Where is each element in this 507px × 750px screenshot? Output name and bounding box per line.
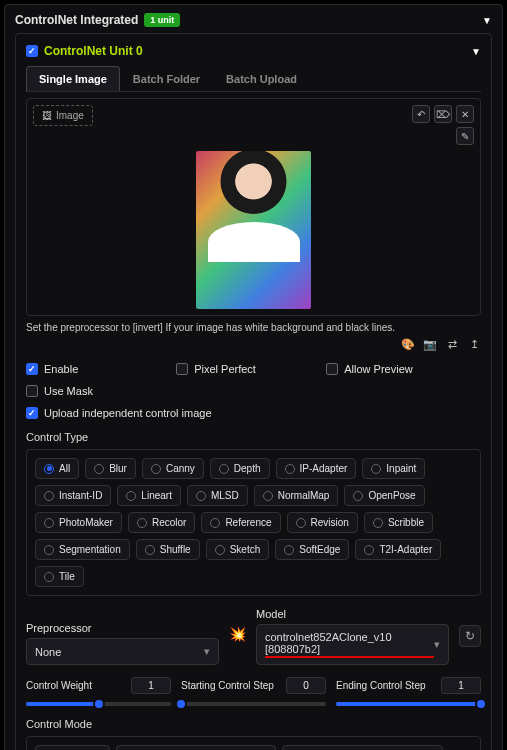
tab-single-image[interactable]: Single Image <box>26 66 120 91</box>
enable-toggle[interactable]: Enable <box>26 363 176 375</box>
ct-shuffle[interactable]: Shuffle <box>136 539 200 560</box>
ct-openpose[interactable]: OpenPose <box>344 485 424 506</box>
explode-icon[interactable]: 💥 <box>229 626 246 648</box>
close-button[interactable]: ✕ <box>456 105 474 123</box>
ct-ip-adapter[interactable]: IP-Adapter <box>276 458 357 479</box>
ct-tile[interactable]: Tile <box>35 566 84 587</box>
chevron-down-icon: ▾ <box>204 645 210 658</box>
ct-recolor[interactable]: Recolor <box>128 512 195 533</box>
tab-batch-upload[interactable]: Batch Upload <box>213 66 310 91</box>
control-mode-label: Control Mode <box>26 718 481 730</box>
start-step-label: Starting Control Step <box>181 680 274 691</box>
ct-t2i-adapter[interactable]: T2I-Adapter <box>355 539 441 560</box>
palette-icon[interactable]: 🎨 <box>401 337 415 351</box>
cm-prompt-important[interactable]: My prompt is more important <box>116 745 276 750</box>
brush-button[interactable]: ✎ <box>456 127 474 145</box>
send-up-icon[interactable]: ↥ <box>467 337 481 351</box>
undo-button[interactable]: ↶ <box>412 105 430 123</box>
control-type-group: All Blur Canny Depth IP-Adapter Inpaint … <box>26 449 481 596</box>
panel-title: ControlNet Integrated <box>15 13 138 27</box>
ct-photomaker[interactable]: PhotoMaker <box>35 512 122 533</box>
ct-depth[interactable]: Depth <box>210 458 270 479</box>
model-label: Model <box>256 608 449 620</box>
control-weight-slider[interactable] <box>26 702 171 706</box>
ct-scribble[interactable]: Scribble <box>364 512 433 533</box>
ct-instant-id[interactable]: Instant-ID <box>35 485 111 506</box>
control-weight-label: Control Weight <box>26 680 92 691</box>
camera-icon[interactable]: 📷 <box>423 337 437 351</box>
ct-softedge[interactable]: SoftEdge <box>275 539 349 560</box>
unit-enable-checkbox[interactable] <box>26 45 38 57</box>
ct-sketch[interactable]: Sketch <box>206 539 270 560</box>
control-type-label: Control Type <box>26 431 481 443</box>
image-preview <box>196 151 311 309</box>
ct-segmentation[interactable]: Segmentation <box>35 539 130 560</box>
chevron-down-icon: ▾ <box>434 638 440 651</box>
unit-title: ControlNet Unit 0 <box>44 44 143 58</box>
ct-inpaint[interactable]: Inpaint <box>362 458 425 479</box>
cm-controlnet-important[interactable]: ControlNet is more important <box>282 745 443 750</box>
ct-revision[interactable]: Revision <box>287 512 358 533</box>
allow-preview-toggle[interactable]: Allow Preview <box>326 363 476 375</box>
swap-icon[interactable]: ⇄ <box>445 337 459 351</box>
ct-normalmap[interactable]: NormalMap <box>254 485 339 506</box>
start-step-value[interactable]: 0 <box>286 677 326 694</box>
tab-batch-folder[interactable]: Batch Folder <box>120 66 213 91</box>
model-select[interactable]: controlnet852AClone_v10 [808807b2]▾ <box>256 624 449 665</box>
control-weight-value[interactable]: 1 <box>131 677 171 694</box>
ct-lineart[interactable]: Lineart <box>117 485 181 506</box>
image-upload-button[interactable]: 🖼 Image <box>33 105 93 126</box>
pixel-perfect-toggle[interactable]: Pixel Perfect <box>176 363 326 375</box>
ct-blur[interactable]: Blur <box>85 458 136 479</box>
preprocessor-hint: Set the preprocessor to [invert] If your… <box>26 322 481 333</box>
unit-count-badge: 1 unit <box>144 13 180 27</box>
start-step-slider[interactable] <box>181 702 326 706</box>
use-mask-toggle[interactable]: Use Mask <box>26 385 481 397</box>
cm-balanced[interactable]: Balanced <box>35 745 110 750</box>
upload-independent-toggle[interactable]: Upload independent control image <box>26 407 481 419</box>
end-step-label: Ending Control Step <box>336 680 426 691</box>
ct-reference[interactable]: Reference <box>201 512 280 533</box>
unit-collapse-icon[interactable]: ▼ <box>471 46 481 57</box>
refresh-model-button[interactable]: ↻ <box>459 625 481 647</box>
preprocessor-select[interactable]: None▾ <box>26 638 219 665</box>
ct-canny[interactable]: Canny <box>142 458 204 479</box>
ct-mlsd[interactable]: MLSD <box>187 485 248 506</box>
collapse-icon[interactable]: ▼ <box>482 15 492 26</box>
end-step-slider[interactable] <box>336 702 481 706</box>
preprocessor-label: Preprocessor <box>26 622 219 634</box>
image-icon: 🖼 <box>42 110 52 121</box>
control-mode-group: Balanced My prompt is more important Con… <box>26 736 481 750</box>
erase-button[interactable]: ⌦ <box>434 105 452 123</box>
end-step-value[interactable]: 1 <box>441 677 481 694</box>
ct-all[interactable]: All <box>35 458 79 479</box>
image-drop-area[interactable]: 🖼 Image ↶ ⌦ ✕ ✎ <box>26 98 481 316</box>
